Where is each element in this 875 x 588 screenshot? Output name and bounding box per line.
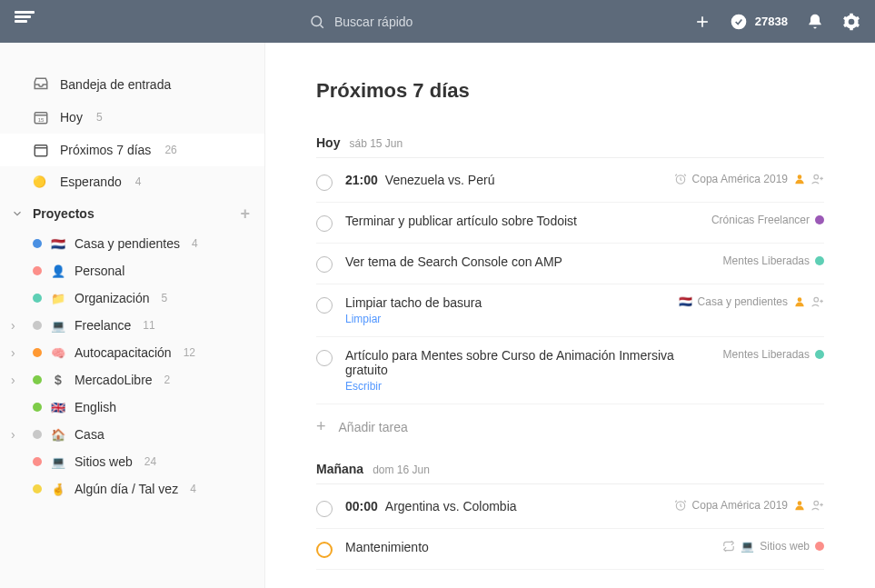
project-item[interactable]: 📁Organización5 [0,284,264,312]
project-emoji: 💻 [741,540,754,553]
day-name: Hoy [316,135,340,150]
topbar: 27838 [0,0,875,43]
quick-add-button[interactable] [693,13,711,31]
alarm-icon [674,499,687,512]
project-item[interactable]: 🤞Algún día / Tal vez4 [0,475,264,503]
svg-text:15: 15 [38,117,45,123]
project-count: 2 [164,374,171,386]
task-label[interactable]: Escribir [345,380,711,393]
project-item[interactable]: 💻Sitios web24 [0,448,264,475]
project-item[interactable]: 👤Personal [0,257,264,284]
notifications-button[interactable] [806,13,824,31]
svg-point-0 [312,16,322,26]
project-item[interactable]: 🇬🇧English [0,394,264,421]
share-icon [811,173,824,185]
today-count: 5 [96,111,103,124]
inbox-label: Bandeja de entrada [60,77,171,92]
calendar-icon [33,142,49,158]
bell-icon [806,13,824,31]
task-checkbox[interactable] [316,542,333,558]
project-dot [815,542,824,551]
svg-point-13 [798,297,802,302]
task-row[interactable]: Ver tema de Search Console con AMP Mente… [316,244,824,284]
chevron-down-icon [11,207,24,220]
project-emoji: 🧠 [51,346,65,360]
task-checkbox[interactable] [316,174,333,191]
project-color-dot [33,457,42,466]
task-meta: Crónicas Freelancer [711,214,824,226]
project-item[interactable]: $MercadoLibre2 [0,366,264,394]
task-meta: Mentes Liberadas [723,254,824,267]
task-title: Ver tema de Search Console con AMP [345,254,711,269]
flag-icon: 🇳🇱 [679,295,692,308]
svg-rect-8 [35,145,47,156]
task-checkbox[interactable] [316,350,333,366]
task-row[interactable]: Mantenimiento 💻Sitios web [316,529,824,570]
projects-label: Proyectos [33,206,94,221]
task-label[interactable]: Limpiar [345,313,666,325]
task-row[interactable]: Limpiar tacho de basuraLimpiar 🇳🇱Casa y … [316,284,824,337]
project-name: Casa y pendientes [75,236,180,251]
svg-point-12 [814,174,819,179]
project-emoji: 🏠 [51,428,65,442]
day-header: Hoysáb 15 Jun [316,135,824,158]
project-count: 4 [190,483,196,495]
share-icon [811,499,824,512]
assignee-icon [793,295,806,308]
project-name: Algún día / Tal vez [75,482,178,496]
task-project: Sitios web [760,540,810,553]
project-item[interactable]: 🧠Autocapacitación12 [0,339,264,366]
task-meta: Mentes Liberadas [723,348,824,361]
task-row[interactable]: 00:00Argentina vs. Colombia Copa América… [316,488,824,529]
app-logo[interactable] [15,11,36,33]
today-label: Hoy [60,110,83,125]
project-count: 5 [162,292,168,304]
search-input[interactable] [334,15,516,29]
plus-icon [693,13,711,31]
project-dot [815,256,824,265]
project-count: 11 [143,319,154,332]
task-row[interactable]: Artículo para Mentes sobre Curso de Anim… [316,337,824,404]
project-emoji: 👤 [51,264,65,278]
sidebar-inbox[interactable]: Bandeja de entrada [0,68,264,101]
sidebar-today[interactable]: 15 Hoy 5 [0,101,264,134]
task-project: Crónicas Freelancer [711,214,810,226]
task-checkbox[interactable] [316,256,333,273]
project-name: Freelance [75,318,131,333]
svg-point-4 [731,14,747,29]
project-name: Organización [75,291,150,305]
sidebar-next7[interactable]: Próximos 7 días 26 [0,134,264,166]
project-color-dot [33,403,42,412]
add-task-button[interactable]: +Añadir tarea [316,404,824,462]
task-project: Mentes Liberadas [723,348,810,361]
task-row[interactable]: Terminar y publicar artículo sobre Todoi… [316,203,824,244]
day-date: dom 16 Jun [373,463,430,476]
settings-button[interactable] [842,13,860,31]
project-color-dot [33,239,42,248]
projects-header[interactable]: Proyectos + [0,197,264,230]
project-dot [815,215,824,224]
task-checkbox[interactable] [316,215,333,232]
project-item[interactable]: 💻Freelance11 [0,312,264,339]
plus-icon: + [316,417,326,436]
karma-score[interactable]: 27838 [730,13,788,31]
task-title: 21:00Venezuela vs. Perú [345,173,661,187]
sidebar-waiting[interactable]: 🟡 Esperando 4 [0,166,264,197]
task-project: Copa América 2019 [692,499,788,512]
task-checkbox[interactable] [316,501,333,517]
next7-label: Próximos 7 días [60,143,151,157]
project-item[interactable]: 🏠Casa [0,421,264,448]
project-emoji: 🇳🇱 [51,237,65,251]
search-container[interactable] [309,14,693,30]
add-project-button[interactable]: + [240,204,250,224]
dollar-icon: $ [51,373,65,387]
task-row[interactable]: 21:00Venezuela vs. Perú Copa América 201… [316,162,824,203]
project-count: 4 [192,237,198,250]
project-color-dot [33,294,42,303]
project-emoji: 💻 [51,319,65,333]
search-icon [309,14,325,30]
task-checkbox[interactable] [316,297,333,314]
project-name: Autocapacitación [75,345,172,360]
project-item[interactable]: 🇳🇱Casa y pendientes4 [0,230,264,257]
svg-point-16 [798,501,802,505]
